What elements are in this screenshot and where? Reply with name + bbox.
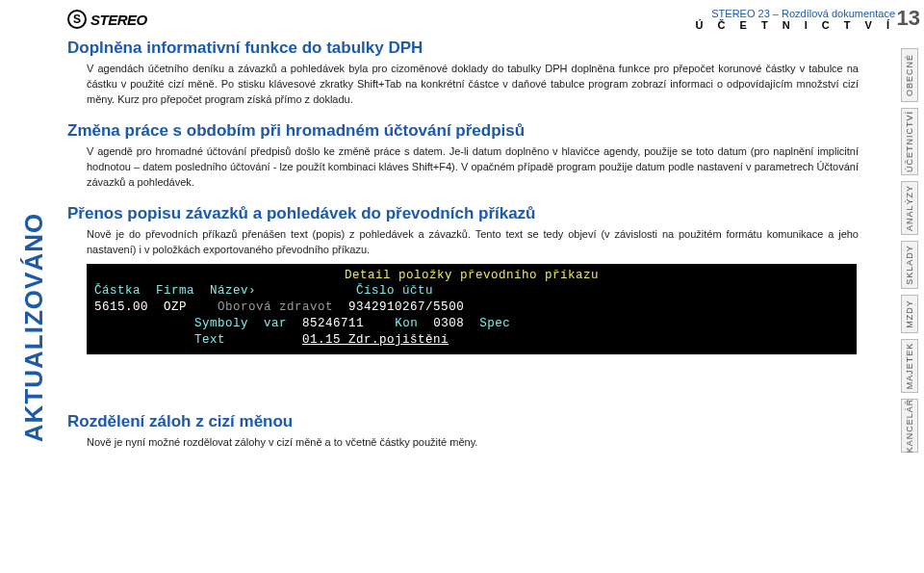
logo: S STEREO bbox=[67, 10, 147, 29]
term-kon-lbl: Kon bbox=[395, 317, 418, 330]
section-2-heading: Změna práce s obdobím při hromadném účto… bbox=[67, 121, 895, 141]
right-tab-mzdy[interactable]: MZDY bbox=[901, 295, 918, 333]
doc-section: Ú Č E T N I C T V Í bbox=[695, 19, 895, 31]
right-tab-label: MAJETEK bbox=[905, 343, 914, 390]
term-h-firma: Firma bbox=[156, 284, 194, 298]
aktualizovano-label: AKTUALIZOVÁNO bbox=[19, 213, 49, 442]
section-4-body: Nově je nyní možné rozdělovat zálohy v c… bbox=[67, 435, 895, 451]
term-h-ucet: Číslo účtu bbox=[356, 284, 433, 298]
page-number: 13 bbox=[897, 6, 920, 31]
doc-title: STEREO 23 – Rozdílová dokumentace bbox=[695, 8, 895, 19]
right-tab-label: MZDY bbox=[905, 300, 914, 328]
right-tab-sklady[interactable]: SKLADY bbox=[901, 241, 918, 289]
right-tab-kancelář[interactable]: KANCELÁŘ bbox=[901, 399, 918, 453]
right-tab-majetek[interactable]: MAJETEK bbox=[901, 339, 918, 393]
right-tab-účetnictví[interactable]: ÚČETNICTVÍ bbox=[901, 108, 918, 175]
term-var: 85246711 bbox=[302, 317, 364, 330]
term-acct: 9342910267/5500 bbox=[348, 300, 464, 314]
logo-text: STEREO bbox=[90, 12, 147, 28]
right-tab-label: ÚČETNICTVÍ bbox=[905, 111, 914, 172]
right-tab-analýzy[interactable]: ANALÝZY bbox=[901, 181, 918, 235]
term-title: Detail položky převodního příkazu bbox=[345, 269, 599, 282]
term-firm: OZP bbox=[164, 300, 187, 314]
section-3-body: Nově je do převodních příkazů přenášen t… bbox=[67, 227, 895, 258]
right-tab-label: KANCELÁŘ bbox=[905, 399, 914, 454]
section-1-body: V agendách účetního deníku a závazků a p… bbox=[67, 62, 895, 108]
section-1-heading: Doplněna informativní funkce do tabulky … bbox=[67, 39, 895, 58]
right-tab-obecné[interactable]: OBECNÉ bbox=[901, 48, 918, 102]
section-4-heading: Rozdělení záloh z cizí měnou bbox=[67, 412, 895, 431]
section-2-body: V agendě pro hromadné účtování předpisů … bbox=[67, 144, 895, 191]
term-amount: 5615.00 bbox=[94, 300, 148, 314]
section-3-heading: Přenos popisu závazků a pohledávek do př… bbox=[67, 204, 895, 223]
right-tab-label: OBECNÉ bbox=[905, 54, 914, 96]
header-right: STEREO 23 – Rozdílová dokumentace Ú Č E … bbox=[695, 8, 895, 31]
term-text-lbl: Text bbox=[194, 333, 225, 347]
left-vertical-label: AKTUALIZOVÁNO bbox=[19, 48, 48, 563]
right-tabs: OBECNÉÚČETNICTVÍANALÝZYSKLADYMZDYMAJETEK… bbox=[901, 48, 918, 458]
term-symboly: Symboly bbox=[194, 317, 248, 330]
term-kon: 0308 bbox=[433, 317, 464, 330]
term-h-castka: Částka bbox=[94, 284, 141, 298]
term-name: Oborová zdravot bbox=[218, 300, 333, 314]
term-spec-lbl: Spec bbox=[479, 317, 510, 330]
term-text-val: 01.15 Zdr.pojištění bbox=[302, 333, 449, 347]
right-tab-label: ANALÝZY bbox=[905, 185, 914, 231]
right-tab-label: SKLADY bbox=[905, 245, 914, 285]
logo-icon: S bbox=[67, 10, 87, 29]
terminal-screenshot: Detail položky převodního příkazu Částka… bbox=[87, 264, 857, 354]
term-h-nazev: Název› bbox=[210, 284, 256, 298]
term-var-lbl: var bbox=[264, 317, 287, 330]
